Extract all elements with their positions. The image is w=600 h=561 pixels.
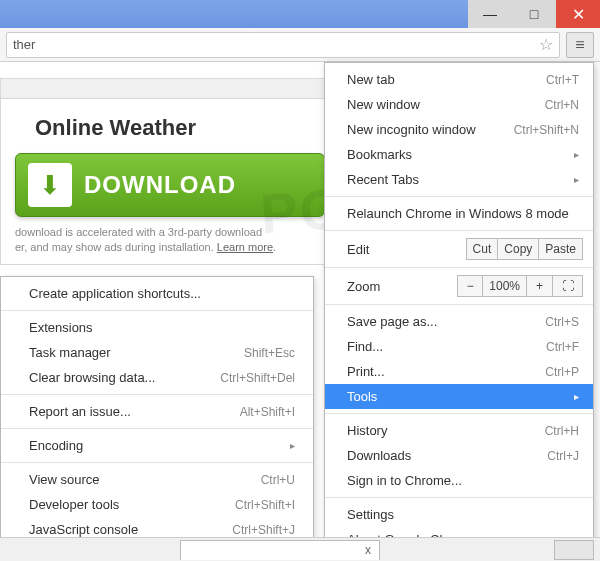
tools-submenu: Create application shortcuts... Extensio… bbox=[0, 276, 314, 561]
menu-separator bbox=[325, 304, 593, 305]
menu-settings[interactable]: Settings bbox=[325, 502, 593, 527]
menu-downloads[interactable]: DownloadsCtrl+J bbox=[325, 443, 593, 468]
submenu-devtools[interactable]: Developer toolsCtrl+Shift+I bbox=[1, 492, 313, 517]
submenu-view-source[interactable]: View sourceCtrl+U bbox=[1, 467, 313, 492]
download-button[interactable]: ⬇ DOWNLOAD bbox=[15, 153, 325, 217]
tab-overflow[interactable] bbox=[554, 540, 594, 560]
bookmark-star-icon[interactable]: ☆ bbox=[539, 35, 553, 54]
maximize-button[interactable]: □ bbox=[512, 0, 556, 28]
submenu-task-manager[interactable]: Task managerShift+Esc bbox=[1, 340, 313, 365]
menu-separator bbox=[325, 196, 593, 197]
menu-print[interactable]: Print...Ctrl+P bbox=[325, 359, 593, 384]
menu-separator bbox=[1, 310, 313, 311]
menu-relaunch-win8[interactable]: Relaunch Chrome in Windows 8 mode bbox=[325, 201, 593, 226]
menu-separator bbox=[325, 497, 593, 498]
tab[interactable]: x bbox=[180, 540, 380, 560]
menu-zoom-row: Zoom − 100% + ⛶ bbox=[325, 272, 593, 300]
cut-button[interactable]: Cut bbox=[466, 238, 499, 260]
minimize-button[interactable]: — bbox=[468, 0, 512, 28]
ad-disclaimer: download is accelerated with a 3rd-party… bbox=[15, 225, 325, 256]
menu-separator bbox=[1, 428, 313, 429]
zoom-out-button[interactable]: − bbox=[457, 275, 483, 297]
main-menu-button[interactable]: ≡ bbox=[566, 32, 594, 58]
menu-incognito[interactable]: New incognito windowCtrl+Shift+N bbox=[325, 117, 593, 142]
menu-separator bbox=[1, 462, 313, 463]
copy-button[interactable]: Copy bbox=[498, 238, 539, 260]
menu-recent-tabs[interactable]: Recent Tabs bbox=[325, 167, 593, 192]
learn-more-link[interactable]: Learn more bbox=[217, 241, 273, 253]
address-text: ther bbox=[13, 37, 35, 52]
close-window-button[interactable]: ✕ bbox=[556, 0, 600, 28]
submenu-report-issue[interactable]: Report an issue...Alt+Shift+I bbox=[1, 399, 313, 424]
paste-button[interactable]: Paste bbox=[539, 238, 583, 260]
main-menu: New tabCtrl+T New windowCtrl+N New incog… bbox=[324, 62, 594, 561]
window-titlebar: — □ ✕ bbox=[0, 0, 600, 28]
submenu-extensions[interactable]: Extensions bbox=[1, 315, 313, 340]
menu-signin[interactable]: Sign in to Chrome... bbox=[325, 468, 593, 493]
fullscreen-button[interactable]: ⛶ bbox=[553, 275, 583, 297]
tab-close-icon[interactable]: x bbox=[365, 543, 371, 557]
ad-title: Online Weather bbox=[35, 115, 325, 141]
menu-separator bbox=[325, 413, 593, 414]
menu-new-tab[interactable]: New tabCtrl+T bbox=[325, 67, 593, 92]
menu-tools[interactable]: Tools bbox=[325, 384, 593, 409]
download-label: DOWNLOAD bbox=[84, 171, 236, 199]
ad-panel: Online Weather ⬇ DOWNLOAD download is ac… bbox=[0, 78, 340, 265]
menu-edit-row: Edit Cut Copy Paste bbox=[325, 235, 593, 263]
submenu-app-shortcuts[interactable]: Create application shortcuts... bbox=[1, 281, 313, 306]
ad-header-bar bbox=[0, 78, 340, 98]
submenu-encoding[interactable]: Encoding bbox=[1, 433, 313, 458]
bottom-tab-strip: x bbox=[0, 537, 600, 561]
zoom-value: 100% bbox=[483, 275, 527, 297]
menu-separator bbox=[1, 394, 313, 395]
submenu-clear-data[interactable]: Clear browsing data...Ctrl+Shift+Del bbox=[1, 365, 313, 390]
browser-toolbar: ther ☆ ≡ bbox=[0, 28, 600, 62]
menu-separator bbox=[325, 230, 593, 231]
menu-separator bbox=[325, 267, 593, 268]
menu-new-window[interactable]: New windowCtrl+N bbox=[325, 92, 593, 117]
zoom-in-button[interactable]: + bbox=[527, 275, 553, 297]
address-bar[interactable]: ther ☆ bbox=[6, 32, 560, 58]
menu-history[interactable]: HistoryCtrl+H bbox=[325, 418, 593, 443]
download-arrow-icon: ⬇ bbox=[28, 163, 72, 207]
menu-bookmarks[interactable]: Bookmarks bbox=[325, 142, 593, 167]
menu-save-page[interactable]: Save page as...Ctrl+S bbox=[325, 309, 593, 334]
menu-find[interactable]: Find...Ctrl+F bbox=[325, 334, 593, 359]
